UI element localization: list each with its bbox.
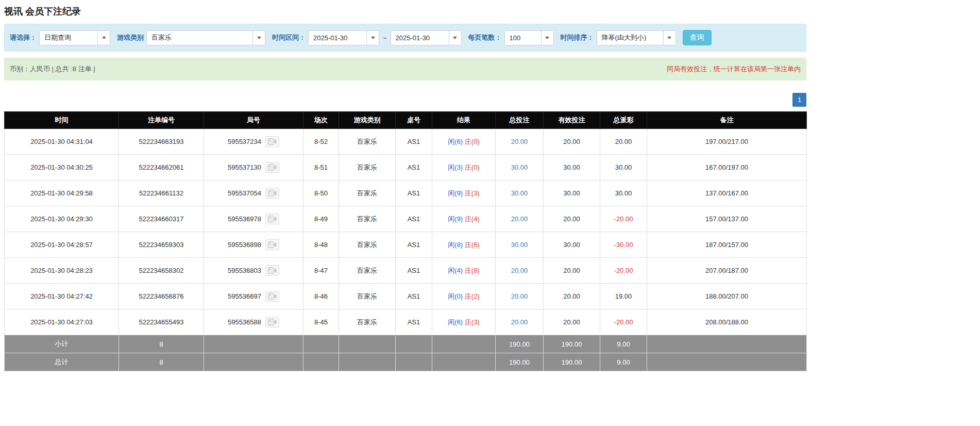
query-type-input[interactable] [40, 31, 97, 45]
subtotal-row: 小计 8 190.00 190.00 9.00 [5, 335, 807, 353]
total-bet-link[interactable]: 20.00 [511, 215, 528, 223]
cell-payout: -20.00 [600, 206, 647, 232]
total-total-bet: 190.00 [496, 353, 544, 371]
total-bet-link[interactable]: 30.00 [511, 189, 528, 197]
cell-time: 2025-01-30 04:28:23 [5, 258, 119, 284]
table-row: 2025-01-30 04:28:57 522234659303 5955368… [5, 232, 807, 258]
time-sort-combobox[interactable] [597, 30, 676, 45]
select-type-label: 请选择： [10, 33, 37, 42]
subtotal-count: 8 [119, 335, 204, 353]
total-valid-bet: 190.00 [544, 353, 600, 371]
cell-session: 8-45 [303, 309, 339, 335]
result-banker: 庄(2) [465, 292, 480, 300]
cell-bet-id: 522234662061 [119, 155, 204, 181]
date-to-dropdown-button[interactable] [449, 31, 461, 45]
cell-remark: 167.00/197.00 [647, 155, 807, 181]
time-sort-dropdown-button[interactable] [663, 31, 675, 45]
filter-panel: 请选择： 游戏类别 时间区间： ~ 每页笔数： 时间排序： [4, 24, 806, 52]
cell-time: 2025-01-30 04:27:03 [5, 309, 119, 335]
replay-video-icon[interactable] [265, 188, 279, 199]
round-number: 595536697 [228, 292, 261, 300]
cell-session: 8-50 [303, 181, 339, 206]
date-to-combobox[interactable] [391, 30, 462, 45]
cell-valid-bet: 30.00 [544, 232, 600, 258]
cell-valid-bet: 30.00 [544, 155, 600, 181]
date-range-tilde: ~ [382, 34, 388, 42]
cell-payout: -30.00 [600, 232, 647, 258]
query-type-dropdown-button[interactable] [97, 31, 110, 45]
time-sort-input[interactable] [597, 31, 663, 45]
date-to-input[interactable] [391, 31, 449, 45]
cell-valid-bet: 20.00 [544, 309, 600, 335]
cell-bet-id: 522234655493 [119, 309, 204, 335]
result-player: 闲(4) [448, 267, 463, 274]
header-payout: 总派彩 [600, 112, 647, 129]
replay-video-icon[interactable] [265, 162, 279, 173]
total-row: 总计 8 190.00 190.00 9.00 [5, 353, 807, 371]
date-from-dropdown-button[interactable] [366, 31, 379, 45]
result-player: 闲(8) [448, 241, 463, 249]
total-bet-link[interactable]: 30.00 [511, 241, 528, 249]
cell-table-no: AS1 [396, 284, 432, 309]
cell-table-no: AS1 [396, 155, 432, 181]
cell-bet-id: 522234660317 [119, 206, 204, 232]
table-row: 2025-01-30 04:29:58 522234661132 5955370… [5, 181, 807, 206]
round-number: 595536588 [228, 318, 261, 326]
result-banker: 庄(3) [465, 318, 480, 326]
header-result: 结果 [432, 112, 496, 129]
per-page-combobox[interactable] [504, 30, 554, 45]
replay-video-icon[interactable] [265, 214, 279, 224]
cell-valid-bet: 20.00 [544, 284, 600, 309]
cell-remark: 208.00/188.00 [647, 309, 807, 335]
replay-video-icon[interactable] [265, 136, 279, 147]
table-row: 2025-01-30 04:31:04 522234663193 5955372… [5, 129, 807, 155]
chevron-down-icon [257, 37, 261, 39]
valid-bet-notice-text: 同局有效投注，统一计算在该局第一张注单内 [667, 64, 801, 74]
per-page-dropdown-button[interactable] [541, 31, 553, 45]
date-from-input[interactable] [309, 31, 366, 45]
date-from-combobox[interactable] [308, 30, 379, 45]
cell-payout: 30.00 [600, 155, 647, 181]
total-bet-link[interactable]: 30.00 [511, 163, 528, 171]
per-page-input[interactable] [505, 31, 541, 45]
query-type-combobox[interactable] [39, 30, 110, 45]
game-type-input[interactable] [147, 31, 252, 45]
result-banker: 庄(4) [465, 215, 480, 223]
cell-session: 8-46 [303, 284, 339, 309]
cell-time: 2025-01-30 04:27:42 [5, 284, 119, 309]
cell-game-type: 百家乐 [339, 206, 396, 232]
header-valid-bet: 有效投注 [544, 112, 600, 129]
total-bet-link[interactable]: 20.00 [511, 318, 528, 326]
round-number: 595536803 [228, 267, 261, 274]
query-button[interactable]: 查询 [683, 30, 712, 45]
round-number: 595536978 [228, 215, 261, 223]
subtotal-total-bet: 190.00 [496, 335, 544, 353]
game-type-dropdown-button[interactable] [252, 31, 265, 45]
header-round-no: 局号 [204, 112, 303, 129]
table-row: 2025-01-30 04:27:03 522234655493 5955365… [5, 309, 807, 335]
replay-video-icon[interactable] [265, 317, 279, 327]
cell-remark: 187.00/157.00 [647, 232, 807, 258]
cell-game-type: 百家乐 [339, 232, 396, 258]
table-row: 2025-01-30 04:30:25 522234662061 5955371… [5, 155, 807, 181]
chevron-down-icon [545, 37, 549, 39]
game-type-combobox[interactable] [146, 30, 265, 45]
replay-video-icon[interactable] [265, 265, 279, 276]
cell-game-type: 百家乐 [339, 155, 396, 181]
result-banker: 庄(0) [465, 138, 480, 145]
replay-video-icon[interactable] [265, 239, 279, 250]
result-player: 闲(0) [448, 292, 463, 300]
table-row: 2025-01-30 04:29:30 522234660317 5955369… [5, 206, 807, 232]
page-button-1[interactable]: 1 [792, 93, 806, 107]
header-game-type: 游戏类别 [339, 112, 396, 129]
total-bet-link[interactable]: 20.00 [511, 292, 528, 300]
cell-session: 8-48 [303, 232, 339, 258]
total-count: 8 [119, 353, 204, 371]
header-table-no: 桌号 [396, 112, 432, 129]
replay-video-icon[interactable] [265, 291, 279, 302]
cell-payout: -20.00 [600, 309, 647, 335]
total-bet-link[interactable]: 20.00 [511, 138, 528, 145]
bet-records-table: 时间 注单编号 局号 场次 游戏类别 桌号 结果 总投注 有效投注 总派彩 备注… [4, 111, 807, 371]
cell-table-no: AS1 [396, 232, 432, 258]
total-bet-link[interactable]: 20.00 [511, 267, 528, 274]
